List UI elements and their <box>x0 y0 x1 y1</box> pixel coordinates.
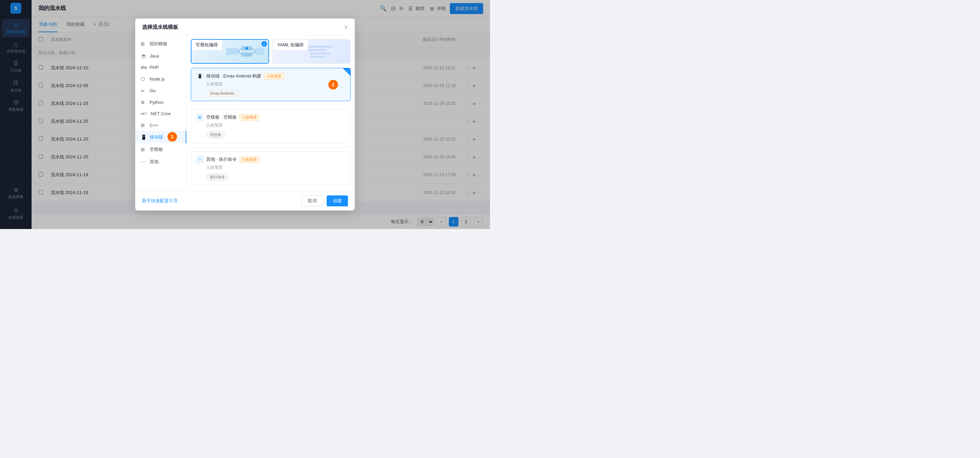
cancel-button[interactable]: 取消 <box>301 195 323 206</box>
modal-title: 选择流水线模板 <box>142 24 178 30</box>
modal-overlay: 选择流水线模板 × ⊞ 组织模板 ☕ Java php PHP <box>0 0 490 229</box>
template-item-blank[interactable]: ⊕ 空模板 · 空模板 云效预置 云效预置 空任务 <box>191 109 351 143</box>
cloud-badge: 云效预置 <box>240 156 259 163</box>
template-name: 其他 · 执行命令 <box>206 156 237 163</box>
template-item-mobile-android[interactable]: ✓ 📱 移动端 · Emas Android 构建 云效预置 2 云效预置 <box>191 68 351 101</box>
menu-item-java[interactable]: ☕ Java <box>135 50 186 62</box>
template-header: 📱 移动端 · Emas Android 构建 云效预置 2 <box>196 72 345 80</box>
menu-item-cpp[interactable]: ⊞ C++ <box>135 119 186 131</box>
menu-label: C++ <box>150 123 158 128</box>
menu-label: 组织模板 <box>150 41 167 47</box>
type-visual[interactable]: 可视化编排 ✓ <box>191 39 269 64</box>
template-menu: ⊞ 组织模板 ☕ Java php PHP ⬡ Node.js ∞ Go <box>135 35 187 191</box>
divider <box>191 190 351 190</box>
other-icon: ⋯ <box>141 159 147 165</box>
cpp-icon: ⊞ <box>141 122 147 128</box>
modal-close-button[interactable]: × <box>344 24 348 30</box>
go-icon: ∞ <box>141 88 147 93</box>
template-tag: Emas Android... <box>206 90 240 97</box>
template-sub: 云效预置 <box>206 165 345 170</box>
svg-point-8 <box>245 47 248 50</box>
menu-item-mobile[interactable]: 📱 移动端 <box>135 131 186 143</box>
svg-rect-3 <box>255 48 264 55</box>
yaml-label: YAML 化编排 <box>273 40 308 50</box>
dotnet-icon: NET <box>141 112 147 116</box>
org-icon: ⊞ <box>141 41 147 47</box>
menu-label: 空模板 <box>150 146 163 152</box>
template-sub: 云效预置 <box>206 122 345 128</box>
php-icon: php <box>141 65 147 69</box>
quick-guide-link[interactable]: 新手快速配置引导 <box>142 198 178 204</box>
menu-item-python[interactable]: ⊕ Python <box>135 96 186 108</box>
step-badge-1: 1 <box>167 132 177 142</box>
mobile-icon: 📱 <box>141 135 147 140</box>
menu-item-dotnet[interactable]: NET .NET Core <box>135 108 186 119</box>
template-tag: 执行命令 <box>206 173 229 181</box>
divider <box>191 147 351 148</box>
menu-item-go[interactable]: ∞ Go <box>135 85 186 96</box>
python-icon: ⊕ <box>141 100 147 105</box>
template-header: ⋯ 其他 · 执行命令 云效预置 <box>196 155 345 163</box>
menu-label: Go <box>150 88 156 93</box>
template-icon: ⊕ <box>196 114 204 121</box>
template-header: ⊕ 空模板 · 空模板 云效预置 <box>196 114 345 121</box>
modal-footer: 新手快速配置引导 取消 创建 <box>135 191 355 211</box>
divider <box>191 105 351 106</box>
selected-check: ✓ <box>347 69 350 72</box>
menu-label: 其他 <box>150 159 159 165</box>
svg-rect-0 <box>226 48 238 55</box>
visual-label: 可视化编排 <box>191 40 222 50</box>
template-icon: 📱 <box>196 72 204 80</box>
svg-rect-9 <box>308 46 332 48</box>
template-tag: 空任务 <box>206 131 225 139</box>
type-yaml[interactable]: YAML 化编排 <box>272 39 351 64</box>
svg-rect-12 <box>310 56 325 58</box>
template-name: 空模板 · 空模板 <box>206 114 237 120</box>
template-item-other-exec[interactable]: ⋯ 其他 · 执行命令 云效预置 云效预置 执行命令 <box>191 151 351 185</box>
type-selector: 可视化编排 ✓ YAML 化编排 <box>191 39 351 64</box>
template-content: 可视化编排 ✓ YAML 化编排 <box>187 35 355 191</box>
cloud-badge: 云效预置 <box>240 114 259 120</box>
modal-body: ⊞ 组织模板 ☕ Java php PHP ⬡ Node.js ∞ Go <box>135 35 355 191</box>
menu-label: 移动端 <box>150 134 163 140</box>
menu-item-blank[interactable]: ⊞ 空模板 <box>135 143 186 155</box>
cloud-badge: 云效预置 <box>264 73 284 79</box>
menu-item-nodejs[interactable]: ⬡ Node.js <box>135 73 186 85</box>
template-sub: 云效预置 <box>206 81 345 87</box>
create-button[interactable]: 创建 <box>327 195 348 206</box>
blank-icon: ⊞ <box>141 147 147 152</box>
menu-label: Node.js <box>150 76 165 82</box>
nodejs-icon: ⬡ <box>141 76 147 82</box>
svg-line-5 <box>238 51 242 54</box>
svg-line-6 <box>252 48 255 51</box>
template-icon: ⋯ <box>196 155 204 163</box>
menu-item-php[interactable]: php PHP <box>135 62 186 73</box>
modal-header: 选择流水线模板 × <box>135 19 355 35</box>
menu-label: .NET Core <box>150 111 170 116</box>
svg-line-7 <box>252 51 255 54</box>
menu-label: Java <box>150 54 159 59</box>
menu-label: Python <box>150 100 163 105</box>
template-list: ✓ 📱 移动端 · Emas Android 构建 云效预置 2 云效预置 <box>191 68 351 191</box>
template-name: 移动端 · Emas Android 构建 <box>206 73 261 79</box>
template-tags: 执行命令 <box>206 173 345 181</box>
visual-check: ✓ <box>261 41 267 47</box>
java-icon: ☕ <box>141 53 147 59</box>
svg-line-4 <box>238 48 242 51</box>
svg-rect-2 <box>242 52 252 57</box>
svg-rect-10 <box>308 49 327 51</box>
template-modal: 选择流水线模板 × ⊞ 组织模板 ☕ Java php PHP <box>135 19 355 211</box>
template-tags: 空任务 <box>206 131 345 139</box>
step-badge-2: 2 <box>328 80 338 89</box>
menu-item-other[interactable]: ⋯ 其他 <box>135 155 186 168</box>
footer-actions: 取消 创建 <box>301 195 348 206</box>
template-tags: Emas Android... <box>206 90 345 97</box>
menu-item-org[interactable]: ⊞ 组织模板 <box>135 38 186 50</box>
menu-label: PHP <box>150 65 159 70</box>
svg-rect-11 <box>310 52 330 54</box>
